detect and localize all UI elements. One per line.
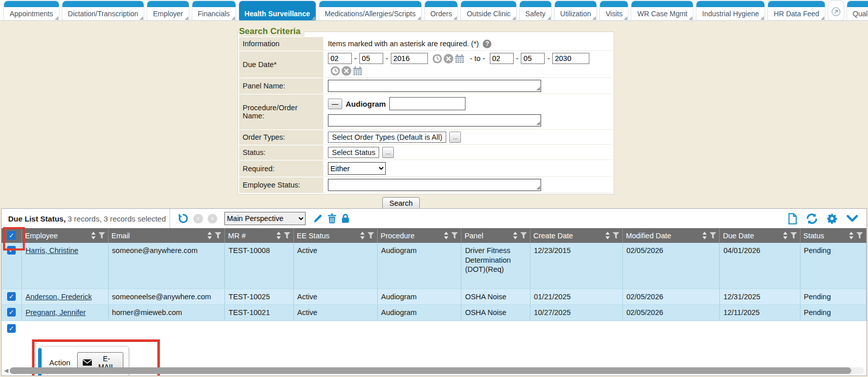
perspective-select[interactable]: Main Perspective	[224, 212, 306, 225]
calendar-icon[interactable]	[455, 54, 464, 64]
new-document-icon[interactable]	[788, 213, 797, 225]
sort-icon[interactable]	[783, 232, 788, 239]
employee-link[interactable]: Harris, Christine	[25, 246, 78, 255]
column-header-email[interactable]: Email	[108, 228, 225, 243]
tab-wr-case-mgmt[interactable]: WR Case Mgmt	[631, 1, 693, 20]
filter-funnel-icon[interactable]	[613, 232, 619, 239]
cell-employee: Pregnant, Jennifer	[22, 305, 108, 321]
panel-name-input[interactable]	[328, 80, 541, 92]
due-list-table: ✓EmployeeEmailMR #EE StatusProcedurePane…	[2, 228, 866, 321]
remove-procedure-button[interactable]: —	[328, 99, 342, 109]
column-header-panel[interactable]: Panel	[461, 228, 530, 243]
filter-funnel-icon[interactable]	[368, 232, 374, 239]
sort-icon[interactable]	[513, 232, 518, 239]
column-header-due_date[interactable]: Due Date	[720, 228, 800, 243]
scroll-left-icon[interactable]: ◀	[4, 367, 8, 374]
required-select[interactable]: Either	[328, 162, 386, 175]
procedure-name-input[interactable]	[328, 114, 541, 127]
tab-industrial-hygiene[interactable]: Industrial Hygiene	[696, 1, 764, 20]
column-header-procedure[interactable]: Procedure	[377, 228, 461, 243]
filter-funnel-icon[interactable]	[451, 232, 458, 239]
due-from-year-input[interactable]	[391, 53, 428, 64]
status-value[interactable]: Select Status	[328, 147, 379, 158]
column-header-modified_date[interactable]: Modified Date	[622, 228, 719, 243]
column-header-status[interactable]: Status	[800, 228, 866, 243]
column-header-select[interactable]: ✓	[2, 228, 22, 243]
tab-appointments[interactable]: Appointments	[4, 1, 59, 20]
employee-link[interactable]: Anderson, Frederick	[25, 293, 92, 301]
select-all-checkbox[interactable]: ✓	[7, 231, 16, 240]
sort-icon[interactable]	[702, 232, 707, 239]
scrollbar-thumb[interactable]	[10, 367, 851, 374]
filter-funnel-icon[interactable]	[520, 232, 527, 239]
sort-icon[interactable]	[276, 232, 281, 239]
tab-visits[interactable]: Visits	[600, 1, 628, 20]
tab-orders[interactable]: Orders	[425, 1, 458, 20]
sort-icon[interactable]	[849, 232, 854, 239]
tab-medications-allergies-scripts[interactable]: Medications/Allergies/Scripts	[319, 1, 421, 20]
clear-icon[interactable]	[444, 54, 453, 64]
cell-status: Pending	[800, 289, 866, 305]
due-list-record-count: 3 records, 3 records selected	[68, 214, 165, 223]
help-icon[interactable]: ?	[483, 40, 491, 48]
tab-financials[interactable]: Financials	[192, 1, 236, 20]
trash-icon[interactable]	[327, 213, 337, 224]
chevron-down-icon[interactable]	[846, 215, 858, 223]
tab-utilization[interactable]: Utilization	[555, 1, 597, 20]
tab-outside-clinic[interactable]: Outside Clinic	[461, 1, 516, 20]
gear-icon[interactable]	[826, 213, 838, 224]
sort-icon[interactable]	[91, 232, 96, 239]
footer-select-checkbox[interactable]: ✓	[7, 324, 16, 333]
filter-funnel-icon[interactable]	[710, 232, 716, 239]
calendar-icon[interactable]	[353, 66, 362, 76]
tab-safety[interactable]: Safety	[520, 1, 551, 20]
tab-dictation-transcription[interactable]: Dictation/Transcription	[62, 1, 144, 20]
filter-funnel-icon[interactable]	[284, 232, 290, 239]
due-to-month-input[interactable]	[490, 53, 514, 64]
status-picker-button[interactable]: ...	[382, 147, 394, 158]
filter-funnel-icon[interactable]	[98, 232, 105, 239]
tab-hr-data-feed[interactable]: HR Data Feed	[768, 1, 824, 20]
search-button[interactable]: Search	[382, 197, 420, 209]
due-to-year-input[interactable]	[552, 53, 589, 64]
column-header-employee[interactable]: Employee	[22, 228, 108, 243]
date-dash: -	[547, 54, 550, 62]
employee-link[interactable]: Pregnant, Jennifer	[25, 308, 86, 317]
row-checkbox[interactable]: ✓	[7, 246, 16, 255]
sort-icon[interactable]	[444, 232, 449, 239]
row-checkbox[interactable]: ✓	[7, 308, 16, 317]
clear-icon[interactable]	[342, 66, 351, 76]
tab-employer[interactable]: Employer	[147, 1, 188, 20]
tab-health-surveillance[interactable]: Health Surveillance	[239, 1, 316, 20]
nav-back-icon[interactable]: ‹	[193, 214, 203, 224]
popout-button[interactable]	[828, 1, 844, 20]
column-header-create_date[interactable]: Create Date	[530, 228, 622, 243]
column-header-ee_status[interactable]: EE Status	[293, 228, 377, 243]
clock-icon[interactable]	[432, 54, 442, 64]
clock-icon[interactable]	[330, 66, 340, 76]
row-checkbox[interactable]: ✓	[7, 292, 16, 301]
column-header-mr[interactable]: MR #	[225, 228, 293, 243]
tab-quality-of[interactable]: Quality of	[847, 1, 868, 20]
sort-icon[interactable]	[360, 232, 365, 239]
procedure-chip-input[interactable]	[389, 97, 465, 110]
due-list-toolbar: Due List Status, 3 records, 3 records se…	[2, 209, 866, 228]
filter-funnel-icon[interactable]	[790, 232, 797, 239]
filter-funnel-icon[interactable]	[215, 232, 221, 239]
due-to-day-input[interactable]	[521, 53, 545, 64]
refresh-icon[interactable]	[806, 213, 818, 225]
nav-forward-icon[interactable]: ›	[208, 214, 217, 224]
order-types-picker-button[interactable]: ...	[449, 132, 461, 143]
sort-icon[interactable]	[605, 232, 610, 239]
due-from-day-input[interactable]	[359, 53, 383, 64]
edit-pencil-icon[interactable]	[313, 213, 323, 224]
filter-funnel-icon[interactable]	[856, 232, 863, 239]
sort-icon[interactable]	[207, 232, 212, 239]
undo-icon[interactable]	[178, 213, 189, 224]
horizontal-scrollbar[interactable]: ◀	[4, 367, 864, 374]
order-types-value[interactable]: Select Order Types (Default is All)	[328, 132, 446, 143]
employee-status-input[interactable]	[328, 179, 541, 191]
scrollbar-track[interactable]	[10, 367, 864, 374]
due-from-month-input[interactable]	[328, 53, 352, 64]
lock-icon[interactable]	[341, 213, 350, 224]
